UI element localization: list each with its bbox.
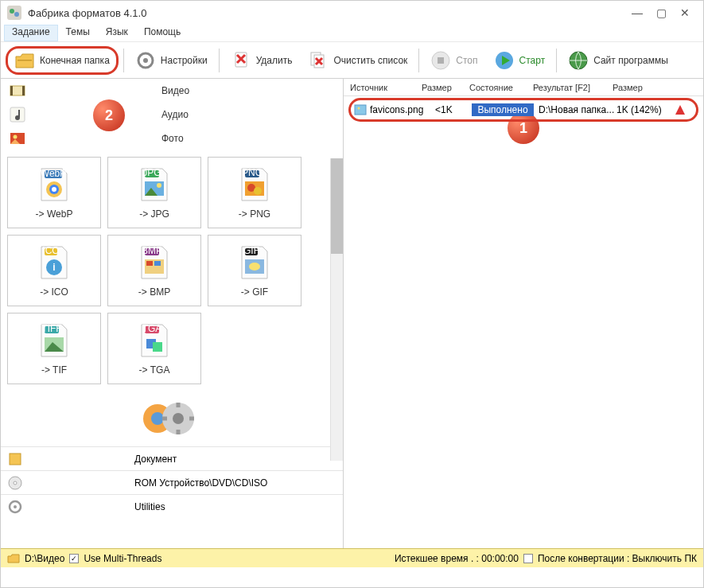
svg-text:JPG: JPG <box>142 167 161 178</box>
svg-point-67 <box>14 505 17 508</box>
svg-point-20 <box>14 135 18 139</box>
svg-text:WebP: WebP <box>41 168 66 179</box>
scrollbar-thumb[interactable] <box>331 158 343 254</box>
video-icon <box>9 82 26 99</box>
delete-icon <box>231 50 251 71</box>
file-name: favicons.png <box>370 104 435 115</box>
menu-language[interactable]: Язык <box>98 25 136 41</box>
document-label: Документ <box>134 454 177 465</box>
category-photo[interactable]: Фото <box>1 127 343 150</box>
format-card-webp[interactable]: WebP-> WebP <box>7 157 101 228</box>
right-panel: Источник Размер Состояние Результат [F2]… <box>343 79 703 548</box>
svg-rect-10 <box>438 57 444 64</box>
svg-point-2 <box>14 12 19 17</box>
svg-rect-16 <box>22 86 25 95</box>
start-button[interactable]: Старт <box>488 46 552 75</box>
minimize-button[interactable]: — <box>625 6 649 19</box>
disc-icon <box>7 475 23 491</box>
output-folder-label: Конечная папка <box>40 55 110 66</box>
afterconv-checkbox[interactable] <box>523 554 533 563</box>
category-rom[interactable]: ROM Устройство\DVD\CD\ISO <box>1 470 343 494</box>
size-increase-icon <box>675 105 685 115</box>
category-document[interactable]: Документ <box>1 446 343 470</box>
file-table-header: Источник Размер Состояние Результат [F2]… <box>344 79 703 96</box>
format-card-tga[interactable]: TGA-> TGA <box>107 313 201 384</box>
format-label: -> PNG <box>239 208 270 220</box>
folder-small-icon <box>7 553 20 564</box>
stop-button[interactable]: Стоп <box>424 46 484 75</box>
statusbar: D:\Видео ✓ Use Multi-Threads Истекшее вр… <box>1 548 703 567</box>
toolbar-separator <box>418 49 419 72</box>
menu-themes[interactable]: Темы <box>58 25 98 41</box>
utilities-label: Utilities <box>134 501 165 512</box>
status-path[interactable]: D:\Видео <box>25 553 64 564</box>
multithread-checkbox[interactable]: ✓ <box>69 554 79 563</box>
format-card-png[interactable]: PNG-> PNG <box>208 157 301 228</box>
svg-point-5 <box>143 58 148 63</box>
svg-point-1 <box>10 9 14 14</box>
col-size[interactable]: Размер <box>422 83 469 92</box>
format-card-ico[interactable]: ICOi-> ICO <box>7 235 101 306</box>
col-size2[interactable]: Размер <box>613 83 676 92</box>
clear-label: Очистить список <box>333 55 407 66</box>
rom-label: ROM Устройство\DVD\CD\ISO <box>134 477 267 489</box>
format-card-bmp[interactable]: BMP-> BMP <box>107 235 201 306</box>
category-audio[interactable]: Аудио <box>1 103 343 127</box>
folder-icon <box>14 50 35 71</box>
svg-point-58 <box>173 413 184 424</box>
svg-rect-15 <box>10 86 13 95</box>
category-video[interactable]: Видео <box>1 79 343 103</box>
file-row-highlight: favicons.png <1K Выполнено D:\Новая папк… <box>348 98 698 122</box>
left-scrollbar[interactable] <box>330 158 343 461</box>
delete-button[interactable]: Удалить <box>224 46 299 75</box>
settings-button[interactable]: Настройки <box>129 46 214 75</box>
toolbar-separator <box>556 49 557 72</box>
format-label: -> JPG <box>139 208 169 220</box>
toolbar: Конечная папка 2 Настройки Удалить Очист… <box>1 42 703 79</box>
format-card-jpg[interactable]: JPG-> JPG <box>107 157 201 228</box>
output-folder-button[interactable]: Конечная папка <box>6 46 119 75</box>
svg-text:i: i <box>53 262 55 273</box>
file-size: <1K <box>435 104 472 115</box>
category-video-label: Видео <box>161 85 189 96</box>
gear-icon <box>7 499 23 515</box>
svg-rect-42 <box>146 261 153 266</box>
clear-list-button[interactable]: Очистить список <box>301 46 414 75</box>
format-card-gif[interactable]: GIF-> GIF <box>208 235 301 306</box>
menu-task[interactable]: Задание <box>4 25 58 41</box>
col-state[interactable]: Состояние <box>469 83 533 92</box>
stop-label: Стоп <box>456 55 477 66</box>
close-button[interactable]: ✕ <box>673 6 697 19</box>
start-label: Старт <box>519 55 546 66</box>
format-card-tif[interactable]: TIFF-> TIF <box>7 313 101 384</box>
website-button[interactable]: Сайт программы <box>562 46 675 75</box>
svg-point-29 <box>157 183 161 188</box>
svg-text:PNG: PNG <box>242 167 263 178</box>
audio-icon <box>9 106 26 123</box>
settings-row[interactable] <box>1 391 343 446</box>
gear-icon <box>135 50 156 71</box>
col-result[interactable]: Результат [F2] <box>533 83 613 92</box>
format-label: -> TIF <box>41 364 67 376</box>
left-panel: Видео Аудио Фото WebP-> WebP JPG-> JPG P… <box>1 79 343 548</box>
settings-label: Настройки <box>161 55 208 66</box>
svg-point-69 <box>358 107 360 110</box>
window-title: Фабрика форматов 4.1.0 <box>28 7 625 19</box>
svg-point-34 <box>254 187 262 195</box>
elapsed-time: Истекшее время . : 00:00:00 <box>395 553 519 564</box>
format-grid: WebP-> WebP JPG-> JPG PNG-> PNG ICOi-> I… <box>1 150 343 391</box>
svg-point-65 <box>14 481 17 485</box>
category-audio-label: Аудио <box>161 109 189 120</box>
delete-label: Удалить <box>256 55 293 66</box>
svg-rect-63 <box>10 454 21 465</box>
col-source[interactable]: Источник <box>350 83 422 92</box>
toolbar-separator <box>123 49 124 72</box>
file-result: D:\Новая папка... <box>534 104 616 115</box>
globe-icon <box>568 50 589 71</box>
format-label: -> BMP <box>138 286 170 298</box>
multithread-label: Use Multi-Threads <box>84 553 161 564</box>
maximize-button[interactable]: ▢ <box>649 6 673 19</box>
menu-help[interactable]: Помощь <box>136 25 189 41</box>
main-area: Видео Аудио Фото WebP-> WebP JPG-> JPG P… <box>1 79 703 548</box>
category-utilities[interactable]: Utilities <box>1 494 343 518</box>
